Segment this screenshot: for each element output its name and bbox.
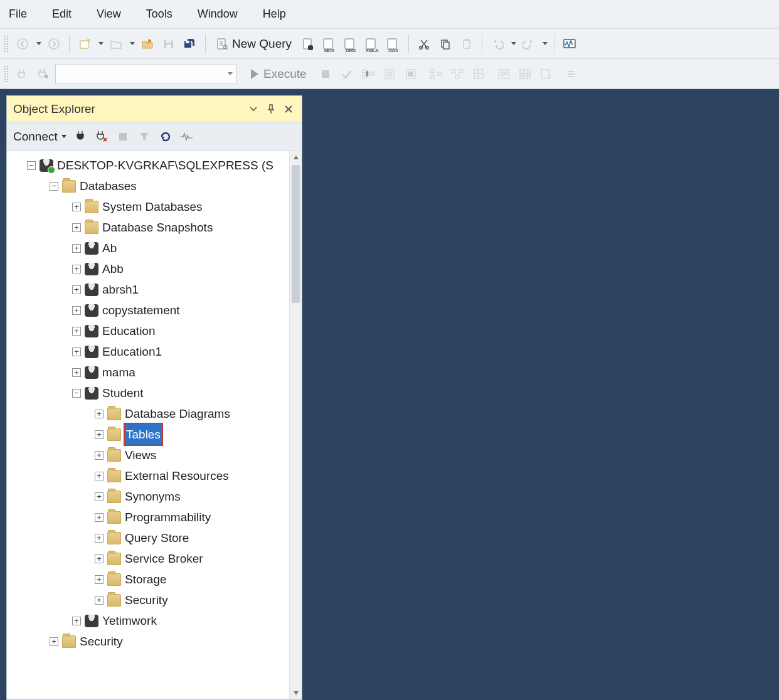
tree-node-query-store[interactable]: + Query Store [11,528,289,548]
dax-query-button[interactable]: DAX [384,35,402,53]
xmla-query-button[interactable]: XMLA [363,35,381,53]
expand-icon[interactable]: + [95,513,103,522]
scroll-thumb[interactable] [292,165,300,303]
tree-node-database-diagrams[interactable]: + Database Diagrams [11,403,289,424]
scroll-down-icon[interactable] [290,687,302,699]
expand-icon[interactable]: + [72,285,81,294]
tree-node-student-security[interactable]: + Security [11,590,289,610]
client-stats-button[interactable] [470,65,487,83]
expand-icon[interactable]: + [95,596,103,605]
menu-file[interactable]: File [9,8,27,21]
results-to-file-button[interactable] [538,65,555,83]
tree-node-external-resources[interactable]: + External Resources [11,465,289,486]
menu-tools[interactable]: Tools [146,8,172,21]
open-folder-button[interactable] [139,35,156,53]
tree-node-tables[interactable]: + Tables [11,424,289,445]
comment-button[interactable] [563,65,580,83]
nav-back-button[interactable] [14,35,31,53]
tree-node-db-education[interactable]: + Education [11,321,289,341]
expand-icon[interactable]: + [95,451,103,460]
dmx-query-button[interactable]: DMX [342,35,359,53]
expand-icon[interactable]: + [72,203,81,211]
expand-icon[interactable]: + [72,347,81,356]
expand-icon[interactable]: + [95,554,103,563]
expand-icon[interactable]: + [95,534,103,543]
save-button[interactable] [160,35,178,53]
vertical-scrollbar[interactable] [289,151,302,699]
activity-monitor-button[interactable] [561,35,578,53]
disconnect-icon[interactable] [94,129,109,144]
results-to-grid-button[interactable] [516,65,534,83]
tree-node-db-abrsh1[interactable]: + abrsh1 [11,279,289,300]
scroll-up-icon[interactable] [290,151,302,164]
menu-window[interactable]: Window [198,8,238,21]
tree-node-server[interactable]: − DESKTOP-KVGRKAF\SQLEXPRESS (S [11,155,289,176]
tree-node-db-ab[interactable]: + Ab [11,238,289,258]
tree-node-views[interactable]: + Views [11,445,289,465]
live-stats-button[interactable] [448,65,466,83]
dropdown-caret-icon[interactable] [130,42,135,45]
new-query-button[interactable]: New Query [212,35,295,53]
database-combo[interactable] [55,65,237,83]
tree-node-programmability[interactable]: + Programmability [11,507,289,528]
tree-node-synonyms[interactable]: + Synonyms [11,486,289,507]
expand-icon[interactable]: + [95,575,103,584]
pin-icon[interactable] [264,102,278,116]
tree-node-db-abb[interactable]: + Abb [11,258,289,279]
expand-icon[interactable]: + [95,410,103,418]
open-file-button[interactable] [107,35,125,53]
nav-forward-button[interactable] [45,35,63,53]
connect-object-explorer-icon[interactable] [73,129,88,144]
tree-node-database-snapshots[interactable]: + Database Snapshots [11,217,289,238]
expand-icon[interactable]: + [72,244,81,253]
expand-icon[interactable]: + [72,368,81,377]
expand-icon[interactable]: + [72,265,81,273]
tree-node-system-databases[interactable]: + System Databases [11,196,289,217]
estimated-plan-button[interactable] [359,65,377,83]
tree-node-db-student[interactable]: − Student [11,383,289,403]
tree-node-db-yetimwork[interactable]: + Yetimwork [11,610,289,631]
dropdown-caret-icon[interactable] [36,42,41,45]
window-position-dropdown-icon[interactable] [246,102,260,116]
tree-node-security[interactable]: + Security [11,631,289,652]
expand-icon[interactable]: + [72,327,81,336]
menu-edit[interactable]: Edit [52,8,72,21]
activity-icon[interactable] [179,129,194,144]
close-icon[interactable] [282,102,295,116]
object-explorer-titlebar[interactable]: Object Explorer [7,96,302,122]
tree-node-service-broker[interactable]: + Service Broker [11,548,289,569]
menu-view[interactable]: View [97,8,121,21]
expand-icon[interactable]: + [72,306,81,315]
actual-plan-button[interactable] [427,65,445,83]
mdx-query-button[interactable]: MDX [321,35,338,53]
refresh-icon[interactable] [158,129,173,144]
new-project-button[interactable] [76,35,93,53]
tree-node-db-copystatement[interactable]: + copystatement [11,300,289,321]
stop-button[interactable] [317,65,334,83]
tree-node-db-mama[interactable]: + mama [11,362,289,383]
tree-node-storage[interactable]: + Storage [11,569,289,590]
intellisense-button[interactable] [402,65,420,83]
collapse-icon[interactable]: − [72,389,81,398]
expand-icon[interactable]: + [50,637,58,646]
expand-icon[interactable]: + [95,492,103,501]
cut-button[interactable] [415,35,433,53]
expand-icon[interactable]: + [72,223,81,232]
copy-button[interactable] [437,35,454,53]
query-options-button[interactable] [381,65,398,83]
dropdown-caret-icon[interactable] [543,42,548,45]
redo-button[interactable] [520,35,538,53]
parse-button[interactable] [338,65,356,83]
change-connection-icon[interactable] [34,65,51,83]
save-all-button[interactable] [181,35,199,53]
collapse-icon[interactable]: − [50,182,58,191]
connect-icon[interactable] [13,65,30,83]
paste-button[interactable] [458,35,475,53]
menu-help[interactable]: Help [263,8,286,21]
undo-button[interactable] [489,35,506,53]
tree-node-databases[interactable]: − Databases [11,176,289,196]
dropdown-caret-icon[interactable] [98,42,103,45]
expand-icon[interactable]: + [95,430,103,439]
database-engine-query-button[interactable] [299,35,317,53]
execute-button[interactable]: Execute [245,67,313,81]
